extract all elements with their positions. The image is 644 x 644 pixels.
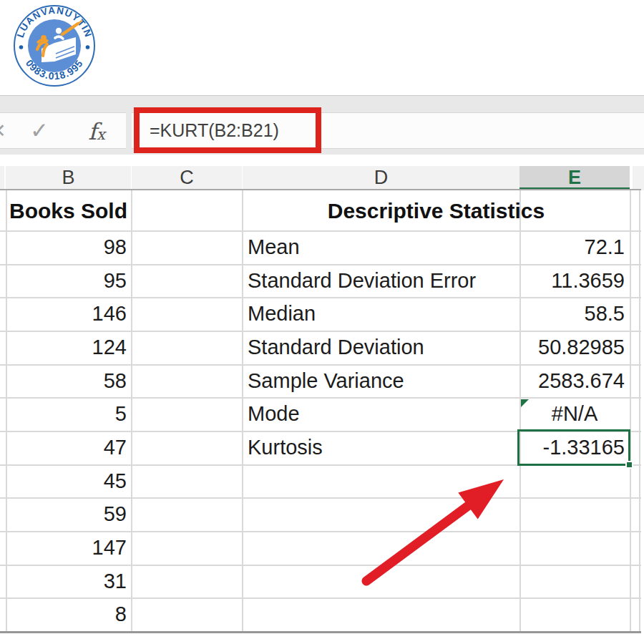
cell-b11[interactable]: 147 xyxy=(6,531,127,565)
column-header-d[interactable]: D xyxy=(243,166,519,190)
cell-b10[interactable]: 59 xyxy=(6,497,127,531)
column-header-b[interactable]: B xyxy=(6,166,131,190)
formula-highlight-box: =KURT(B2:B21) xyxy=(134,107,321,153)
cell-b5[interactable]: 124 xyxy=(6,331,127,364)
cell-e4-value[interactable]: 58.5 xyxy=(521,297,625,331)
cell-e2-value[interactable]: 72.1 xyxy=(521,230,625,264)
header-bottom-border xyxy=(0,189,641,190)
grid-bottom-border xyxy=(0,631,641,633)
cell-e7-value[interactable]: #N/A xyxy=(519,397,630,431)
cell-d6-label[interactable]: Sample Variance xyxy=(248,364,404,398)
cell-d2-label[interactable]: Mean xyxy=(248,230,300,264)
formula-text[interactable]: =KURT(B2:B21) xyxy=(150,113,279,147)
cell-e5-value[interactable]: 50.82985 xyxy=(521,331,625,364)
cell-b9[interactable]: 45 xyxy=(6,464,127,498)
cell-d3-label[interactable]: Standard Deviation Error xyxy=(248,264,476,298)
cell-b3[interactable]: 95 xyxy=(6,264,127,298)
logo-dot-left xyxy=(19,45,24,49)
cell-b13[interactable]: 8 xyxy=(6,597,127,631)
cell-b4[interactable]: 146 xyxy=(6,297,127,331)
insert-function-icon[interactable]: fx xyxy=(76,118,117,145)
column-header-a-sliver[interactable] xyxy=(0,166,4,190)
cell-b7[interactable]: 5 xyxy=(6,397,127,431)
cell-b2[interactable]: 98 xyxy=(6,230,127,264)
cell-d4-label[interactable]: Median xyxy=(248,297,316,331)
cell-d1-merged-title[interactable]: Descriptive Statistics xyxy=(243,191,630,230)
confirm-icon[interactable]: ✓ xyxy=(30,117,49,144)
cell-b8[interactable]: 47 xyxy=(6,431,127,464)
cell-e6-value[interactable]: 2583.674 xyxy=(521,364,625,398)
column-header-e-selected[interactable]: E xyxy=(519,166,630,190)
fill-handle[interactable] xyxy=(625,461,633,469)
cell-b12[interactable]: 31 xyxy=(6,565,127,598)
formula-bar-buttons: ✕ ✓ fx xyxy=(0,112,126,149)
cell-d8-label[interactable]: Kurtosis xyxy=(248,431,323,464)
cell-d5-label[interactable]: Standard Deviation xyxy=(248,331,424,364)
cancel-icon[interactable]: ✕ xyxy=(0,119,6,142)
column-header-c[interactable]: C xyxy=(132,166,242,190)
cell-d7-label[interactable]: Mode xyxy=(248,397,300,431)
luanvanuytin-logo: LUANVANUYTIN 0983.018.995 xyxy=(10,1,99,90)
cell-b6[interactable]: 58 xyxy=(6,364,127,398)
logo-dot-right xyxy=(86,45,90,49)
selected-cell-border xyxy=(517,429,630,466)
cell-e3-value[interactable]: 11.3659 xyxy=(521,264,625,298)
error-triangle-icon xyxy=(521,399,529,407)
cell-b1-books-sold[interactable]: Books Sold xyxy=(6,191,131,230)
column-header-f-sliver[interactable] xyxy=(633,166,644,190)
